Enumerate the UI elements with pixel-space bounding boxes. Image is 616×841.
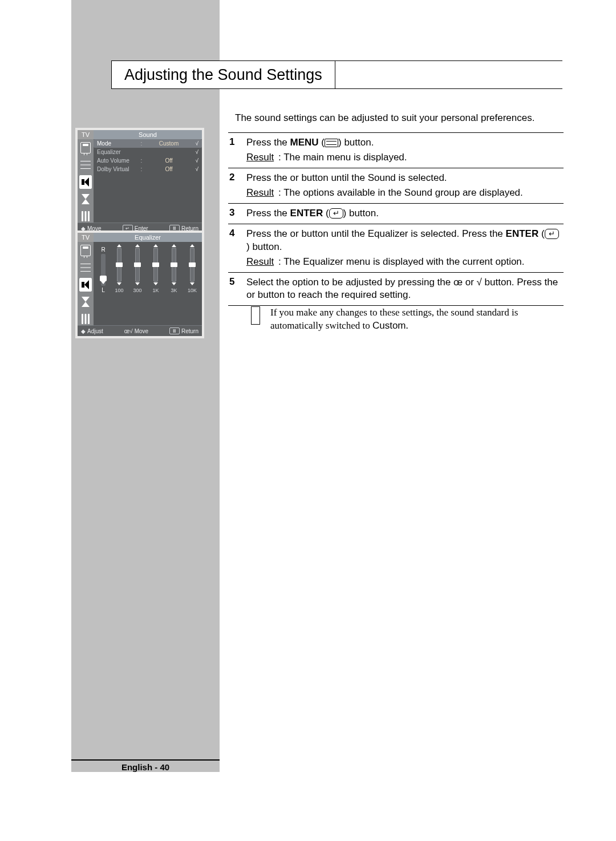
arrow-up-icon — [153, 244, 158, 247]
step-body: Press the MENU () button.Result: The mai… — [246, 136, 559, 164]
osd-main: Mode:Custom√Equalizer√Auto Volume:Off√Do… — [94, 139, 202, 223]
step-row: 5Select the option to be adjusted by pre… — [228, 272, 564, 306]
eq-band-track — [172, 248, 176, 282]
eq-band-label: 300 — [133, 288, 141, 293]
return-icon: Ⅲ — [169, 327, 180, 334]
osd-row-label: Dolby Virtual — [97, 166, 138, 172]
balance-bottom-label: L — [102, 287, 105, 293]
page-number: English - 40 — [71, 762, 220, 772]
footer-adjust-label: Adjust — [87, 328, 103, 334]
osd-row-value: Off — [145, 157, 193, 164]
result-label: Result — [246, 151, 278, 164]
eq-band-thumb — [171, 262, 177, 267]
osd-menu-row: Equalizer√ — [94, 148, 202, 156]
step-number: 5 — [229, 276, 246, 302]
osd-tv-label: TV — [78, 130, 94, 139]
result-label: Result — [246, 256, 278, 269]
result-text: The Equalizer menu is displayed with the… — [283, 256, 524, 267]
speaker-icon — [79, 278, 92, 291]
step-body: Press the ENTER (↵) button. — [246, 207, 559, 220]
page-title: Adjusting the Sound Settings — [111, 60, 335, 89]
enter-button-icon: ↵ — [329, 208, 343, 219]
osd-equalizer: TV Equalizer R L 1003001K3K10K — [75, 231, 204, 338]
eq-band-thumb — [116, 262, 123, 267]
hourglass-icon — [79, 193, 92, 205]
eq-band: 1K — [151, 248, 161, 294]
osd-menu-row: Dolby Virtual:Off√ — [94, 165, 202, 173]
footer-move: œ√ Move — [124, 327, 148, 334]
steps-table: 1Press the MENU () button.Result: The ma… — [228, 132, 564, 306]
eq-band-thumb — [134, 262, 141, 267]
step-body: Select the option to be adjusted by pres… — [246, 276, 559, 302]
arrow-down-icon — [135, 282, 140, 285]
arrow-down-icon — [117, 282, 121, 285]
arrow-up-icon — [190, 244, 194, 247]
result-text: The main menu is displayed. — [283, 152, 407, 163]
step-body: Press the or button until the Equalizer … — [246, 228, 559, 269]
eq-band: 3K — [169, 248, 179, 294]
left-gray-margin — [71, 0, 220, 772]
remote-icon — [79, 244, 92, 257]
step-number: 4 — [229, 228, 246, 269]
bars-icon — [79, 261, 92, 274]
footer-adjust: ◆ Adjust — [81, 327, 103, 334]
osd-row-label: Mode — [97, 140, 138, 147]
speaker-icon — [79, 176, 92, 188]
title-row: Adjusting the Sound Settings — [111, 60, 562, 89]
osd-eq-main: R L 1003001K3K10K — [94, 242, 202, 325]
osd-row-label: Equalizer — [97, 149, 138, 155]
eq-bands: 1003001K3K10K — [114, 245, 197, 294]
intro-text: The sound settings can be adjusted to su… — [235, 112, 559, 124]
result-text: The options available in the Sound group… — [283, 187, 523, 198]
balance-thumb — [100, 276, 107, 281]
note-arrow-icon — [251, 306, 260, 325]
osd-footer: ◆ Adjust œ√ Move Ⅲ Return — [78, 325, 202, 336]
step-row: 4Press the or button until the Equalizer… — [228, 224, 564, 272]
arrow-up-icon — [117, 244, 121, 247]
footer-return-label: Return — [181, 328, 198, 334]
eq-band: 300 — [132, 248, 143, 294]
osd-menu-row: Mode:Custom√ — [94, 139, 202, 148]
step-row: 2Press the or button until the Sound is … — [228, 168, 564, 203]
step-row: 3Press the ENTER (↵) button. — [228, 203, 564, 224]
chevron-right-icon: √ — [193, 166, 198, 172]
eq-band-thumb — [152, 262, 159, 267]
step-number: 3 — [229, 207, 246, 220]
note-block: If you make any changes to these setting… — [251, 306, 553, 333]
step-number: 1 — [229, 136, 246, 164]
osd-menu-row: Auto Volume:Off√ — [94, 156, 202, 165]
note-text: If you make any changes to these setting… — [270, 306, 553, 333]
result-label: Result — [246, 187, 278, 200]
arrow-up-icon — [172, 244, 176, 247]
eq-band-label: 10K — [188, 288, 197, 293]
leftright-icon: œ√ — [124, 328, 133, 334]
menu-button-icon — [325, 139, 338, 147]
osd-row-value: Custom — [145, 140, 193, 147]
sliders-icon — [79, 210, 92, 223]
step-body: Press the or button until the Sound is s… — [246, 172, 559, 200]
osd-row-colon: : — [138, 166, 145, 172]
osd-tv-label: TV — [78, 233, 94, 242]
eq-band-label: 1K — [152, 288, 159, 293]
bars-icon — [79, 159, 92, 171]
eq-band-label: 100 — [115, 288, 123, 293]
chevron-right-icon: √ — [193, 149, 198, 155]
balance-slider: R L — [98, 245, 108, 294]
osd-row-label: Auto Volume — [97, 157, 138, 164]
arrow-down-icon — [172, 282, 176, 285]
eq-band-track — [190, 248, 194, 282]
eq-band: 100 — [114, 248, 124, 294]
balance-top-label: R — [101, 246, 105, 253]
chevron-right-icon: √ — [193, 140, 198, 147]
osd-sidebar — [78, 242, 94, 325]
osd-sound-menu: TV Sound Mode:Custom√Equalizer√Auto Volu… — [75, 128, 204, 236]
osd-row-colon: : — [138, 140, 145, 147]
chevron-right-icon: √ — [193, 157, 198, 164]
osd-row-value: Off — [145, 166, 193, 172]
title-rule — [335, 60, 562, 89]
eq-band-track — [135, 248, 140, 282]
footer-move-label: Move — [135, 328, 148, 334]
osd-row-colon: : — [138, 157, 145, 164]
eq-band-track — [117, 248, 121, 282]
osd-sidebar — [78, 139, 94, 223]
